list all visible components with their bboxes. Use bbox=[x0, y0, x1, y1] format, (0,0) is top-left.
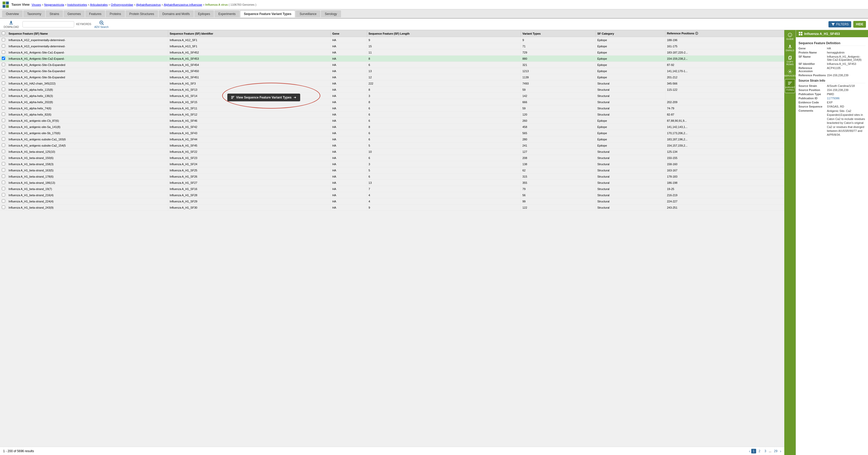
table-row[interactable]: Influenza A_H12_experimentally-determine… bbox=[0, 37, 784, 43]
table-container[interactable]: Sequence Feature (SF) Name Sequence Feat… bbox=[0, 30, 784, 447]
table-row[interactable]: Influenza A_H1_beta-strand_158(3)Influen… bbox=[0, 161, 784, 167]
page-2-button[interactable]: 2 bbox=[757, 449, 762, 453]
download-button[interactable]: DOWNLOAD bbox=[2, 19, 21, 29]
row-checkbox[interactable] bbox=[0, 180, 7, 186]
adv-search-button[interactable]: ADV Search bbox=[94, 20, 108, 28]
field-sf-name: SF Name Influenza A_H1_Antigenic-Site-Ca… bbox=[799, 55, 865, 61]
cell-identifier: Influenza A_H1_SF451 bbox=[168, 74, 331, 80]
table-row[interactable]: Influenza A_H1_antigenic-site-Sa_141(8)I… bbox=[0, 124, 784, 130]
keyword-input[interactable] bbox=[23, 21, 74, 27]
services-button[interactable]: SERVICES bbox=[785, 68, 795, 79]
table-row[interactable]: Influenza A_H13_experimentally-determine… bbox=[0, 43, 784, 49]
page-3-button[interactable]: 3 bbox=[763, 449, 768, 453]
table-row[interactable]: Influenza A_H1_HA2-chain_345(222)Influen… bbox=[0, 80, 784, 87]
tab-surveillance[interactable]: Surveillance bbox=[296, 10, 320, 17]
tab-proteins[interactable]: Proteins bbox=[106, 10, 125, 17]
tab-features[interactable]: Features bbox=[85, 10, 105, 17]
row-checkbox[interactable] bbox=[0, 204, 7, 211]
tab-taxonomy[interactable]: Taxonomy bbox=[23, 10, 45, 17]
table-row[interactable]: Influenza A_H1_beta-strand_224(4)Influen… bbox=[0, 198, 784, 204]
tab-serology[interactable]: Serology bbox=[321, 10, 341, 17]
row-checkbox[interactable] bbox=[0, 99, 7, 105]
cell-identifier: Influenza A_H1_SF25 bbox=[168, 167, 331, 173]
table-row[interactable]: Influenza A_H1_beta-strand_186(13)Influe… bbox=[0, 180, 784, 186]
cell-length: 11 bbox=[367, 49, 521, 56]
field-protein-name: Protein Name hemagglutinin bbox=[799, 51, 865, 54]
row-checkbox[interactable] bbox=[0, 136, 7, 142]
variant-types-tooltip[interactable]: View Sequence Feature Variant Types bbox=[227, 93, 300, 101]
table-row[interactable]: Influenza A_H1_alpha-helix_74(6)Influenz… bbox=[0, 105, 784, 111]
row-checkbox[interactable] bbox=[0, 186, 7, 192]
cell-identifier: Influenza A_H1_SF452 bbox=[168, 49, 331, 56]
download-rt-button[interactable]: DWNLD bbox=[785, 42, 795, 53]
tab-experiments[interactable]: Experiments bbox=[214, 10, 240, 17]
table-row[interactable]: Influenza A_H1_Antigenic-Site-Ca1-Expand… bbox=[0, 49, 784, 56]
row-checkbox[interactable] bbox=[0, 130, 7, 136]
table-row[interactable]: Influenza A_H1_beta-strand_216(4)Influen… bbox=[0, 192, 784, 198]
row-checkbox[interactable] bbox=[0, 87, 7, 93]
row-checkbox[interactable] bbox=[0, 173, 7, 180]
cell-identifier: Influenza A_H1_SF24 bbox=[168, 161, 331, 167]
row-checkbox[interactable] bbox=[0, 149, 7, 155]
copy-rows-button[interactable]: COPY ROWS bbox=[785, 54, 795, 67]
next-page-button[interactable]: › bbox=[780, 449, 781, 453]
select-all-checkbox[interactable] bbox=[0, 30, 7, 37]
table-row[interactable]: Influenza A_H1_Antigenic-Site-Sb-Expande… bbox=[0, 74, 784, 80]
tab-overview[interactable]: Overview bbox=[2, 10, 23, 17]
svg-rect-3 bbox=[6, 5, 9, 8]
table-row[interactable]: Influenza A_H1_Antigenic-Site-Ca2-Expand… bbox=[0, 56, 784, 62]
table-row[interactable]: Influenza A_H1_beta-strand_19(7)Influenz… bbox=[0, 186, 784, 192]
row-checkbox[interactable] bbox=[0, 62, 7, 68]
tab-epitopes[interactable]: Epitopes bbox=[194, 10, 214, 17]
table-row[interactable]: Influenza A_H1_Antigenic-Site-Cb-Expande… bbox=[0, 62, 784, 68]
row-checkbox[interactable] bbox=[0, 74, 7, 80]
filters-button[interactable]: FILTERS bbox=[829, 21, 851, 27]
row-checkbox[interactable] bbox=[0, 93, 7, 99]
table-row[interactable]: Influenza A_H1_antigenic-subsite-Ca1_183… bbox=[0, 136, 784, 142]
row-checkbox[interactable] bbox=[0, 68, 7, 74]
tab-strains[interactable]: Strains bbox=[46, 10, 63, 17]
page-29-button[interactable]: 29 bbox=[772, 449, 779, 453]
table-row[interactable]: Influenza A_H1_Antigenic-Site-Sa-Expande… bbox=[0, 68, 784, 74]
table-row[interactable]: Influenza A_H1_beta-strand_125(10)Influe… bbox=[0, 149, 784, 155]
row-checkbox[interactable] bbox=[0, 155, 7, 161]
row-checkbox[interactable] bbox=[0, 192, 7, 198]
table-row[interactable]: Influenza A_H1_antigenic-site-Cb_87(6)In… bbox=[0, 118, 784, 124]
tab-protein-structures[interactable]: Protein Structures bbox=[126, 10, 158, 17]
table-row[interactable]: Influenza A_H1_beta-strand_150(6)Influen… bbox=[0, 155, 784, 161]
row-checkbox[interactable] bbox=[0, 43, 7, 49]
guide-button[interactable]: i GUIDE bbox=[785, 31, 795, 42]
prev-page-button[interactable]: ‹ bbox=[749, 449, 750, 453]
table-row[interactable]: Influenza A_H1_alpha-helix_82(6)Influenz… bbox=[0, 111, 784, 118]
tab-sfvt[interactable]: Sequence Feature Variant Types bbox=[240, 10, 295, 17]
table-row[interactable]: Influenza A_H1_alpha-helix_202(8)Influen… bbox=[0, 99, 784, 105]
table-row[interactable]: Influenza A_H1_beta-strand_163(5)Influen… bbox=[0, 167, 784, 173]
table-row[interactable]: Influenza A_H1_beta-strand_178(6)Influen… bbox=[0, 173, 784, 180]
row-checkbox[interactable] bbox=[0, 142, 7, 149]
tab-domains-motifs[interactable]: Domains and Motifs bbox=[159, 10, 194, 17]
table-row[interactable]: Influenza A_H1_beta-strand_243(9)Influen… bbox=[0, 204, 784, 211]
row-checkbox[interactable] bbox=[0, 49, 7, 56]
table-row[interactable]: Influenza A_H1_alpha-helix_115(8)Influen… bbox=[0, 87, 784, 93]
cell-name: Influenza A_H1_alpha-helix_202(8) bbox=[7, 99, 168, 105]
hide-button[interactable]: HIDE bbox=[853, 21, 866, 28]
row-checkbox[interactable] bbox=[0, 161, 7, 167]
row-checkbox[interactable] bbox=[0, 80, 7, 87]
app-title: Taxon View bbox=[11, 3, 29, 6]
row-checkbox[interactable] bbox=[0, 198, 7, 204]
row-checkbox[interactable] bbox=[0, 118, 7, 124]
row-checkbox[interactable] bbox=[0, 56, 7, 62]
table-row[interactable]: Influenza A_H1_antigenic-subsite-Ca2_154… bbox=[0, 142, 784, 149]
page-1-button[interactable]: 1 bbox=[751, 449, 756, 453]
table-row[interactable]: Influenza A_H1_alpha-helix_136(3)Influen… bbox=[0, 93, 784, 99]
row-checkbox[interactable] bbox=[0, 37, 7, 43]
variant-types-button[interactable]: VARIANT TYPES bbox=[785, 79, 795, 93]
cell-name: Influenza A_H1_antigenic-site-Sb_170(6) bbox=[7, 130, 168, 136]
row-checkbox[interactable] bbox=[0, 105, 7, 111]
row-checkbox[interactable] bbox=[0, 167, 7, 173]
cell-ref_positions: 19-25 bbox=[665, 186, 784, 192]
table-row[interactable]: Influenza A_H1_antigenic-site-Sb_170(6)I… bbox=[0, 130, 784, 136]
row-checkbox[interactable] bbox=[0, 111, 7, 118]
tab-genomes[interactable]: Genomes bbox=[64, 10, 85, 17]
row-checkbox[interactable] bbox=[0, 124, 7, 130]
